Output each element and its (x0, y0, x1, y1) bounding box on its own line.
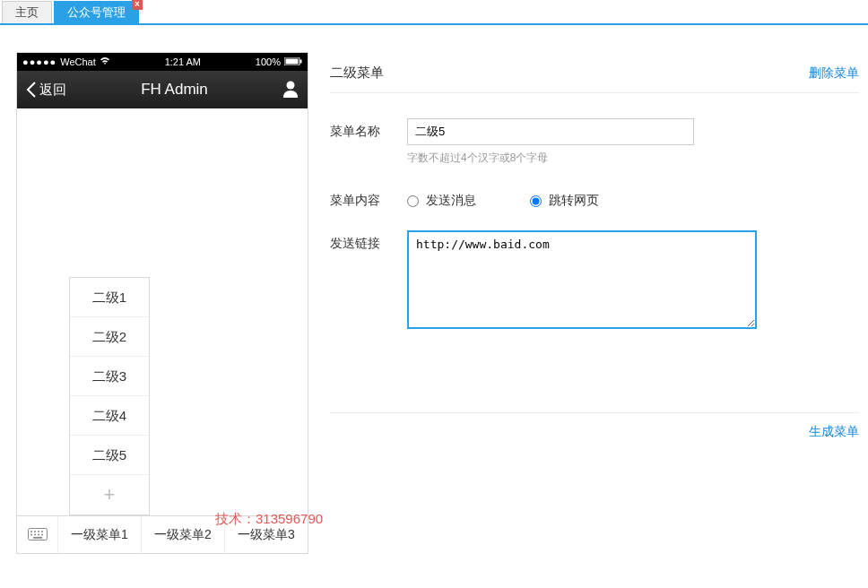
radio-link-input[interactable] (530, 195, 542, 207)
signal-icon: ●●●●● (22, 56, 56, 67)
submenu-item[interactable]: 二级1 (70, 278, 149, 317)
submenu-add-button[interactable]: + (70, 475, 149, 514)
form-title: 二级菜单 (330, 65, 384, 82)
tab-label: 公众号管理 (67, 5, 126, 19)
main-menu-1[interactable]: 一级菜单1 (58, 516, 142, 553)
svg-point-5 (30, 531, 32, 532)
svg-rect-1 (286, 59, 299, 65)
battery-label: 100% (256, 56, 281, 67)
menu-name-input[interactable] (407, 118, 694, 145)
svg-point-12 (41, 533, 43, 535)
back-button[interactable]: 返回 (26, 82, 66, 99)
svg-point-10 (34, 533, 36, 535)
submenu-item[interactable]: 二级3 (70, 357, 149, 396)
keyboard-button[interactable] (17, 516, 58, 553)
radio-send-input[interactable] (407, 195, 419, 207)
close-icon[interactable]: × (132, 0, 143, 10)
battery-icon (284, 56, 302, 67)
delete-menu-button[interactable]: 删除菜单 (809, 65, 859, 82)
tab-home[interactable]: 主页 (2, 1, 52, 23)
submenu-item[interactable]: 二级5 (70, 436, 149, 475)
chevron-left-icon (26, 82, 37, 98)
content-label: 菜单内容 (330, 187, 407, 209)
svg-rect-13 (33, 537, 42, 539)
svg-point-9 (30, 533, 32, 535)
radio-send-message[interactable]: 发送消息 (407, 193, 476, 209)
submenu-item[interactable]: 二级4 (70, 396, 149, 436)
form-panel: 二级菜单 删除菜单 菜单名称 字数不超过4个汉字或8个字母 菜单内容 发送消息 (330, 52, 859, 554)
phone-status-bar: ●●●●● WeChat 1:21 AM 100% (17, 53, 308, 71)
svg-rect-2 (300, 60, 302, 64)
keyboard-icon (28, 528, 48, 542)
main-menu-3[interactable]: 一级菜单3 (225, 516, 308, 553)
link-label: 发送链接 (330, 230, 407, 252)
phone-header: 返回 FH Admin (17, 71, 308, 108)
wifi-icon (100, 56, 110, 67)
main-content: ●●●●● WeChat 1:21 AM 100% 返回 FH Admin (0, 25, 868, 563)
back-label: 返回 (39, 82, 66, 99)
tab-wechat-manage[interactable]: 公众号管理 × (54, 1, 139, 23)
time-label: 1:21 AM (165, 56, 201, 67)
svg-point-8 (41, 531, 43, 532)
form-footer: 生成菜单 (330, 412, 859, 440)
name-label: 菜单名称 (330, 118, 407, 140)
phone-title: FH Admin (141, 81, 208, 99)
svg-point-7 (38, 531, 39, 532)
generate-menu-button[interactable]: 生成菜单 (809, 424, 859, 440)
main-menu-2[interactable]: 一级菜单2 (142, 516, 225, 553)
radio-link-label: 跳转网页 (549, 193, 599, 209)
top-tabs: 主页 公众号管理 × (0, 0, 868, 25)
phone-preview: ●●●●● WeChat 1:21 AM 100% 返回 FH Admin (16, 52, 308, 554)
name-hint: 字数不超过4个汉字或8个字母 (407, 151, 859, 166)
submenu-list: 二级1 二级2 二级3 二级4 二级5 + (69, 277, 150, 515)
user-icon[interactable] (282, 80, 299, 100)
radio-send-label: 发送消息 (426, 193, 476, 209)
radio-link[interactable]: 跳转网页 (530, 193, 599, 209)
carrier-label: WeChat (60, 56, 96, 67)
svg-point-11 (38, 533, 39, 535)
link-url-textarea[interactable] (407, 230, 757, 329)
svg-point-3 (286, 81, 294, 89)
form-header: 二级菜单 删除菜单 (330, 65, 859, 93)
svg-point-6 (34, 531, 36, 532)
submenu-item[interactable]: 二级2 (70, 317, 149, 357)
phone-bottombar: 一级菜单1 一级菜单2 一级菜单3 (17, 515, 308, 553)
phone-body: 二级1 二级2 二级3 二级4 二级5 + (17, 108, 308, 515)
